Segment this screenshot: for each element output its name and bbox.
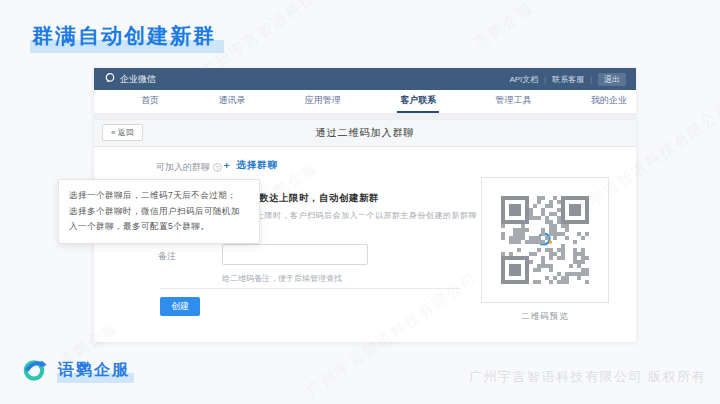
panel-title: 通过二维码加入群聊 xyxy=(316,126,415,140)
divider: | xyxy=(544,76,546,83)
tooltip-line: 入一个群聊，最多可配置5个群聊。 xyxy=(69,219,249,235)
nav-item-apps[interactable]: 应用管理 xyxy=(302,90,344,113)
page-title: 群满自动创建新群 xyxy=(30,22,224,53)
qr-code xyxy=(501,196,589,284)
auto-create-label: 群人数达上限时，自动创建新群 xyxy=(239,192,379,205)
nav-item-company[interactable]: 我的企业 xyxy=(588,90,630,113)
remark-label: 备注 xyxy=(158,250,176,263)
footer-brand-name: 语鹦企服 xyxy=(57,360,134,383)
divider: | xyxy=(590,76,592,83)
main-nav: 首页 通讯录 应用管理 客户联系 管理工具 我的企业 xyxy=(94,90,636,114)
select-group-link[interactable]: ＋ 选择群聊 xyxy=(222,159,278,172)
watermark: 语鹦企服 xyxy=(471,0,538,53)
contact-support-link[interactable]: 联系客服 xyxy=(552,74,584,85)
qr-finder-icon xyxy=(561,196,589,224)
parrot-logo-icon xyxy=(22,356,49,387)
logout-link[interactable]: 退出 xyxy=(598,73,626,86)
footer-logo: 语鹦企服 xyxy=(22,356,134,387)
create-button[interactable]: 创建 xyxy=(160,297,200,316)
nav-item-tools[interactable]: 管理工具 xyxy=(493,90,535,113)
wecom-brand: 企业微信 xyxy=(104,72,156,86)
group-select-tooltip: 选择一个群聊后，二维码7天后不会过期； 选择多个群聊时，微信用户扫码后可随机加 … xyxy=(58,179,260,244)
wecom-bubble-icon xyxy=(104,72,116,86)
nav-item-home[interactable]: 首页 xyxy=(138,90,162,113)
footer-copyright: 广州宇言智语科技有限公司 版权所有 xyxy=(469,368,706,386)
tooltip-line: 选择一个群聊后，二维码7天后不会过期； xyxy=(69,188,249,204)
wecom-brand-label: 企业微信 xyxy=(120,73,156,86)
qr-finder-icon xyxy=(501,196,529,224)
tooltip-line: 选择多个群聊时，微信用户扫码后可随机加 xyxy=(69,204,249,220)
remark-hint: 给二维码备注，便于后续管理查找 xyxy=(222,273,342,284)
topbar-links: API文档 | 联系客服 | 退出 xyxy=(509,73,626,86)
qr-caption: 二维码预览 xyxy=(481,311,609,323)
api-docs-link[interactable]: API文档 xyxy=(509,74,538,85)
panel-body: 可加入的群聊 ? ＋ 选择群聊 群人数达上限时，自动创建新群 群人数达上限时，客… xyxy=(94,147,636,342)
wecom-topbar: 企业微信 API文档 | 联系客服 | 退出 xyxy=(94,68,636,90)
info-icon[interactable]: ? xyxy=(213,163,222,172)
panel-header: « 返回 通过二维码加入群聊 xyxy=(94,120,636,147)
remark-input[interactable] xyxy=(222,244,368,265)
joinable-groups-label: 可加入的群聊 ? xyxy=(156,161,222,174)
auto-create-hint: 群人数达上限时，客户扫码后会加入一个以原群主身份创建的新群聊 xyxy=(222,210,477,221)
nav-item-contacts[interactable]: 通讯录 xyxy=(215,90,248,113)
qr-finder-icon xyxy=(501,256,529,284)
nav-item-customers[interactable]: 客户联系 xyxy=(397,90,439,113)
back-button[interactable]: « 返回 xyxy=(102,124,143,141)
divider xyxy=(160,288,460,289)
qr-preview-box xyxy=(481,177,609,303)
